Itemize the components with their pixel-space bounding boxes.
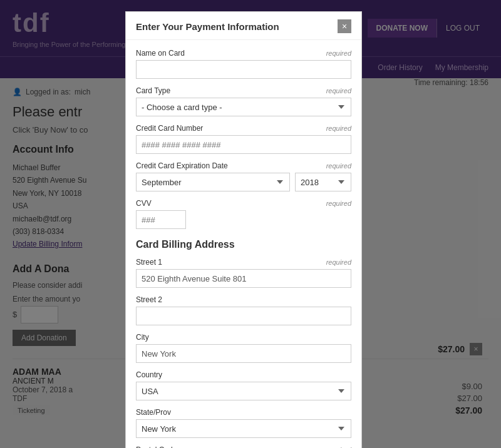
- payment-modal: Enter Your Payment Information × Name on…: [125, 11, 362, 448]
- cc-number-label: Credit Card Number: [136, 124, 203, 133]
- postal-group: Postal Code required: [136, 445, 351, 448]
- street1-label-row: Street 1 required: [136, 258, 351, 267]
- modal-body: Name on Card required Card Type required…: [126, 40, 361, 448]
- city-label-row: City: [136, 333, 351, 342]
- cvv-group: CVV required: [136, 199, 351, 229]
- expiration-year-select[interactable]: 201620172018 2019202020212022: [295, 173, 351, 191]
- street2-input[interactable]: [136, 307, 351, 325]
- street2-label: Street 2: [136, 295, 162, 304]
- country-group: Country USA Canada United Kingdom Other: [136, 370, 351, 400]
- state-group: State/Prov New York California Texas Flo…: [136, 408, 351, 438]
- street2-group: Street 2: [136, 295, 351, 325]
- cc-number-group: Credit Card Number required: [136, 124, 351, 154]
- cc-number-input[interactable]: [136, 135, 351, 154]
- expiration-label: Credit Card Expiration Date: [136, 161, 228, 170]
- street1-group: Street 1 required: [136, 258, 351, 288]
- cc-number-label-row: Credit Card Number required: [136, 124, 351, 133]
- card-type-label-row: Card Type required: [136, 86, 351, 95]
- modal-title: Enter Your Payment Information: [136, 21, 279, 32]
- state-label: State/Prov: [136, 408, 171, 417]
- state-label-row: State/Prov: [136, 408, 351, 417]
- name-on-card-label: Name on Card: [136, 49, 185, 58]
- postal-label-row: Postal Code required: [136, 445, 351, 448]
- cvv-input[interactable]: [136, 210, 186, 229]
- expiration-month-select[interactable]: JanuaryFebruaryMarch AprilMayJune JulyAu…: [136, 173, 290, 191]
- cc-number-required: required: [326, 125, 351, 132]
- city-label: City: [136, 333, 149, 342]
- name-on-card-required: required: [326, 49, 351, 57]
- name-on-card-group: Name on Card required: [136, 49, 351, 79]
- country-label-row: Country: [136, 370, 351, 379]
- card-type-group: Card Type required - Choose a card type …: [136, 86, 351, 116]
- cvv-label: CVV: [136, 199, 152, 208]
- date-row: JanuaryFebruaryMarch AprilMayJune JulyAu…: [136, 173, 351, 191]
- country-label: Country: [136, 370, 162, 379]
- expiration-required: required: [326, 162, 351, 170]
- street1-label: Street 1: [136, 258, 162, 267]
- billing-address-heading: Card Billing Address: [136, 239, 351, 250]
- street2-label-row: Street 2: [136, 295, 351, 304]
- postal-label: Postal Code: [136, 445, 177, 448]
- name-on-card-label-row: Name on Card required: [136, 49, 351, 58]
- state-select[interactable]: New York California Texas Florida Other: [136, 419, 351, 438]
- cvv-required: required: [326, 200, 351, 207]
- card-type-label: Card Type: [136, 86, 170, 95]
- card-type-select[interactable]: - Choose a card type - Visa Mastercard A…: [136, 98, 351, 116]
- cvv-label-row: CVV required: [136, 199, 351, 208]
- country-select[interactable]: USA Canada United Kingdom Other: [136, 382, 351, 400]
- street1-input[interactable]: [136, 269, 351, 288]
- city-input[interactable]: [136, 344, 351, 363]
- modal-close-button[interactable]: ×: [338, 19, 351, 33]
- expiration-label-row: Credit Card Expiration Date required: [136, 161, 351, 170]
- city-group: City: [136, 333, 351, 363]
- card-type-required: required: [326, 87, 351, 94]
- expiration-group: Credit Card Expiration Date required Jan…: [136, 161, 351, 191]
- modal-header: Enter Your Payment Information ×: [126, 12, 361, 40]
- name-on-card-input[interactable]: [136, 60, 351, 79]
- street1-required: required: [326, 258, 351, 266]
